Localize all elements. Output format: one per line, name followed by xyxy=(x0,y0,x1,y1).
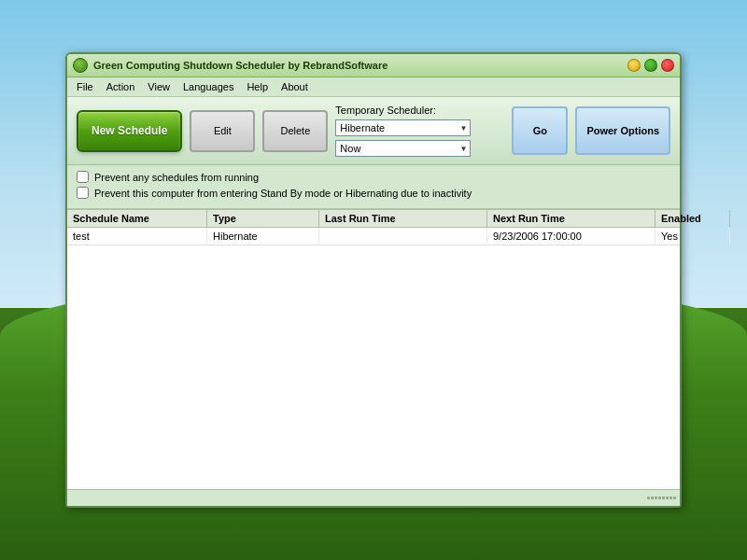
close-button[interactable] xyxy=(661,59,674,72)
col-last-run: Last Run Time xyxy=(319,210,487,227)
grip-dot-8 xyxy=(673,497,676,499)
time-select-wrapper[interactable]: Now In 5 minutes In 10 minutes In 30 min… xyxy=(335,140,471,157)
main-window: Green Computing Shutdown Scheduler by Re… xyxy=(65,52,682,508)
menu-view[interactable]: View xyxy=(142,79,176,94)
title-bar-left: Green Computing Shutdown Scheduler by Re… xyxy=(73,58,388,73)
col-type: Type xyxy=(207,210,319,227)
prevent-schedules-label[interactable]: Prevent any schedules from running xyxy=(94,172,259,183)
cell-schedule-name: test xyxy=(67,228,207,245)
grip-dot-5 xyxy=(662,497,665,499)
prevent-schedules-row: Prevent any schedules from running xyxy=(77,171,670,183)
cell-enabled: Yes xyxy=(655,228,730,245)
prevent-schedules-checkbox[interactable] xyxy=(77,171,89,183)
title-bar: Green Computing Shutdown Scheduler by Re… xyxy=(67,54,680,77)
temp-scheduler-label: Temporary Scheduler: xyxy=(335,105,504,116)
new-schedule-button[interactable]: New Schedule xyxy=(77,110,182,152)
minimize-button[interactable] xyxy=(627,59,641,72)
table-row[interactable]: test Hibernate 9/23/2006 17:00:00 Yes xyxy=(67,228,680,245)
table-body: test Hibernate 9/23/2006 17:00:00 Yes xyxy=(67,228,680,489)
cell-last-run xyxy=(319,228,487,245)
menu-languages[interactable]: Languages xyxy=(177,79,239,94)
maximize-button[interactable] xyxy=(644,59,657,72)
prevent-standby-row: Prevent this computer from entering Stan… xyxy=(77,187,670,199)
schedule-table: Schedule Name Type Last Run Time Next Ru… xyxy=(67,209,680,489)
col-enabled: Enabled xyxy=(655,210,730,227)
delete-button[interactable]: Delete xyxy=(262,110,328,152)
toolbar: New Schedule Edit Delete Temporary Sched… xyxy=(67,97,680,165)
menu-bar: File Action View Languages Help About xyxy=(67,77,680,97)
title-controls xyxy=(627,59,674,72)
col-schedule-name: Schedule Name xyxy=(67,210,207,227)
prevent-standby-label[interactable]: Prevent this computer from entering Stan… xyxy=(94,188,472,199)
time-select[interactable]: Now In 5 minutes In 10 minutes In 30 min… xyxy=(335,140,471,157)
grip-dot-4 xyxy=(658,497,661,499)
menu-about[interactable]: About xyxy=(275,79,314,94)
go-button[interactable]: Go xyxy=(512,106,568,155)
menu-help[interactable]: Help xyxy=(241,79,274,94)
window-title: Green Computing Shutdown Scheduler by Re… xyxy=(93,60,388,71)
grip-dot-3 xyxy=(655,497,657,499)
cell-next-run: 9/23/2006 17:00:00 xyxy=(487,228,655,245)
options-section: Prevent any schedules from running Preve… xyxy=(67,165,680,209)
resize-grip[interactable] xyxy=(647,497,676,499)
grip-dot-6 xyxy=(666,497,669,499)
grip-dot-7 xyxy=(669,497,672,499)
cell-type: Hibernate xyxy=(207,228,319,245)
prevent-standby-checkbox[interactable] xyxy=(77,187,89,199)
table-header: Schedule Name Type Last Run Time Next Ru… xyxy=(67,209,680,228)
grip-dot-1 xyxy=(647,497,650,499)
menu-file[interactable]: File xyxy=(71,79,99,94)
col-next-run: Next Run Time xyxy=(487,210,655,227)
app-icon xyxy=(73,58,88,73)
edit-button[interactable]: Edit xyxy=(190,110,255,152)
grip-dot-2 xyxy=(651,497,654,499)
status-bar xyxy=(67,489,680,506)
menu-action[interactable]: Action xyxy=(101,79,141,94)
action-select-wrapper[interactable]: Hibernate Shutdown Restart Stand By Log … xyxy=(335,119,471,136)
action-select[interactable]: Hibernate Shutdown Restart Stand By Log … xyxy=(335,119,471,136)
power-options-button[interactable]: Power Options xyxy=(575,106,670,155)
temp-scheduler-section: Temporary Scheduler: Hibernate Shutdown … xyxy=(335,105,504,157)
